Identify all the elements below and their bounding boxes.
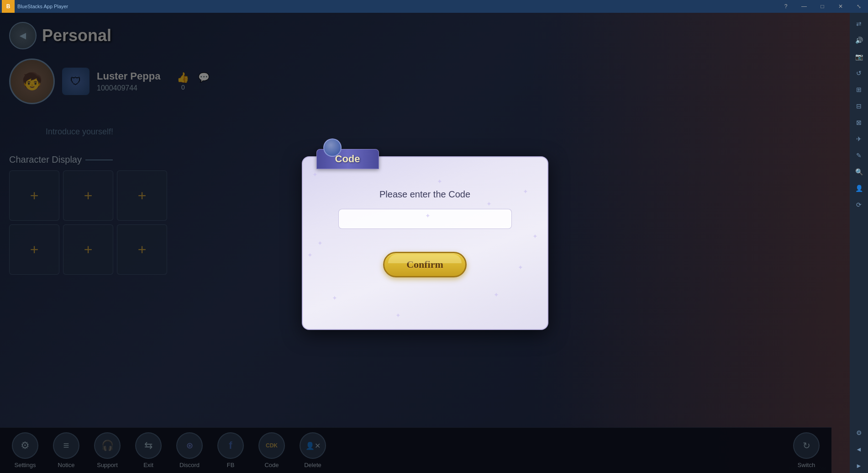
sparkle-10: ✦ <box>532 233 538 240</box>
titlebar: B BlueStacks App Player ? — □ ✕ ⤡ <box>0 0 868 13</box>
sidebar-rotate-icon[interactable]: ↺ <box>852 66 866 80</box>
confirm-button[interactable]: Confirm <box>383 252 467 277</box>
code-input[interactable] <box>338 209 512 229</box>
sparkles-decoration: ✦ ✦ ✦ ✦ ✦ ✦ ✦ ✦ ✦ ✦ ✦ ✦ <box>303 157 547 329</box>
help-button[interactable]: ? <box>777 0 795 13</box>
sparkle-3: ✦ <box>317 239 323 247</box>
sparkle-8: ✦ <box>395 312 401 319</box>
sparkle-9: ✦ <box>437 178 442 185</box>
dialog-title: Code <box>335 153 360 165</box>
sidebar-expand-icon[interactable]: ⇄ <box>852 16 866 31</box>
app-name: BlueStacks App Player <box>17 4 68 9</box>
dialog-orb-icon <box>323 138 342 157</box>
right-sidebar: ⇄ 🔊 📷 ↺ ⊞ ⊟ ⊠ ✈ ✎ 🔍 👤 ⟳ ⚙ ◄ ► <box>850 13 868 473</box>
game-area: ◄ Personal 🧒 🛡 Luster Peppa 1000409744 👍… <box>0 13 850 473</box>
sidebar-gallery-icon[interactable]: ⊟ <box>852 99 866 113</box>
minimize-button[interactable]: — <box>795 0 813 13</box>
dialog-header-banner: Code <box>316 149 379 169</box>
sidebar-volume-icon[interactable]: 🔊 <box>852 33 866 48</box>
sidebar-airplane-icon[interactable]: ✈ <box>852 132 866 146</box>
sidebar-search-icon[interactable]: 🔍 <box>852 165 866 179</box>
maximize-button[interactable]: □ <box>813 0 831 13</box>
sidebar-back-arrow-icon[interactable]: ◄ <box>852 442 866 457</box>
sidebar-location-icon[interactable]: ⊠ <box>852 115 866 130</box>
sparkle-4: ✦ <box>518 264 523 271</box>
sidebar-layers-icon[interactable]: ⊞ <box>852 82 866 97</box>
app-logo: B <box>2 0 15 13</box>
sidebar-screenshot-icon[interactable]: 📷 <box>852 49 866 64</box>
sparkle-11: ✦ <box>307 251 313 259</box>
sidebar-settings-icon[interactable]: ⚙ <box>852 425 866 440</box>
sparkle-2: ✦ <box>523 188 528 195</box>
sidebar-forward-arrow-icon[interactable]: ► <box>852 458 866 473</box>
sidebar-profile-icon[interactable]: 👤 <box>852 181 866 196</box>
expand-button[interactable]: ⤡ <box>850 0 868 13</box>
sparkle-6: ✦ <box>494 291 499 298</box>
titlebar-controls: ? — □ ✕ ⤡ <box>777 0 868 13</box>
modal-overlay: ✦ ✦ ✦ ✦ ✦ ✦ ✦ ✦ ✦ ✦ ✦ ✦ Code Please ente… <box>0 13 850 473</box>
code-dialog: ✦ ✦ ✦ ✦ ✦ ✦ ✦ ✦ ✦ ✦ ✦ ✦ Code Please ente… <box>302 156 548 330</box>
dialog-prompt: Please enter the Code <box>379 189 470 200</box>
sparkle-1: ✦ <box>312 171 318 178</box>
close-button[interactable]: ✕ <box>831 0 850 13</box>
sidebar-edit-icon[interactable]: ✎ <box>852 148 866 163</box>
sidebar-sync-icon[interactable]: ⟳ <box>852 197 866 212</box>
sparkle-12: ✦ <box>486 200 492 207</box>
sparkle-5: ✦ <box>332 294 337 302</box>
